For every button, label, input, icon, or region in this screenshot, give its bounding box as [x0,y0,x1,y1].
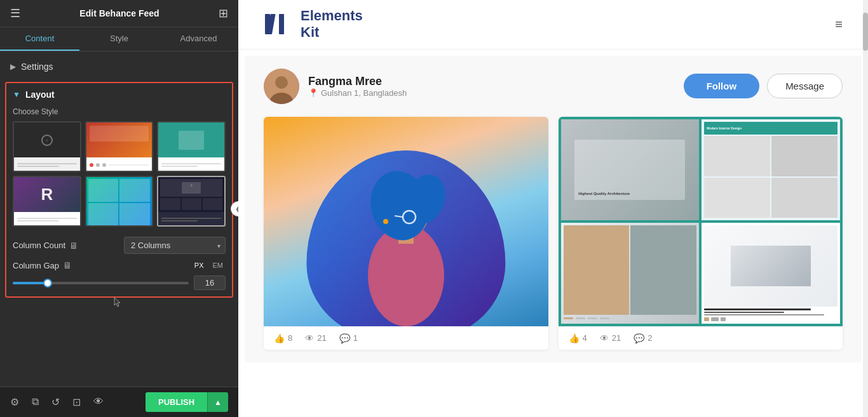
comment-icon-2: 💬 [634,333,644,343]
svg-point-14 [383,219,388,224]
tab-style[interactable]: Style [79,27,159,51]
profile-name: Fangma Mree [308,75,675,88]
px-em-toggle: PX EM [192,260,226,270]
behance-feed: Fangma Mree 📍 Gulshan 1, Bangladesh Foll… [245,56,862,362]
settings-arrow-icon: ▶ [10,62,16,71]
card6-line1 [161,218,221,219]
comments-count-1: 1 [353,333,358,343]
avatar [264,69,299,104]
profile-info: Fangma Mree 📍 Gulshan 1, Bangladesh [308,75,675,98]
views-count-2: 21 [612,333,621,343]
layers-footer-icon[interactable]: ⧉ [32,396,39,408]
settings-label: Settings [21,62,53,72]
px-button[interactable]: PX [192,260,207,270]
likes-count-2: 4 [583,333,587,343]
card2-dot1 [90,163,93,167]
column-count-select[interactable]: 1 Column 2 Columns 3 Columns 4 Columns [124,237,226,254]
card4-line2 [17,220,59,222]
message-button[interactable]: Message [767,74,843,98]
publish-arrow-button[interactable]: ▲ [207,392,228,412]
nav-hamburger-icon[interactable]: ≡ [835,17,843,32]
style-card-1[interactable]: › [13,121,81,172]
profile-section: Fangma Mree 📍 Gulshan 1, Bangladesh Foll… [264,69,843,104]
logo-area: Elements Kit [264,8,363,41]
profile-location: 📍 Gulshan 1, Bangladesh [308,88,675,98]
scrollbar-thumb[interactable] [863,13,868,51]
feed-stats-2: 👍 4 👁 21 💬 2 [559,326,843,350]
feed-stats-1: 👍 8 👁 21 💬 1 [264,326,548,350]
style-card-3[interactable] [157,121,226,172]
img-bl [561,223,700,324]
card5-q4 [119,203,150,226]
footer-icons: ⚙ ⧉ ↺ ⊡ 👁 [10,396,104,408]
right-scrollbar[interactable] [863,0,868,417]
hamburger-icon[interactable]: ☰ [10,6,20,20]
feed-grid: 👍 8 👁 21 💬 1 [264,117,843,350]
svg-rect-2 [279,14,284,34]
slider-track [13,282,189,284]
views-stat-1: 👁 21 [305,333,326,343]
slider-row: 16 [13,275,226,290]
card6-left [160,198,180,210]
logo-icon [264,9,294,39]
panel-body: ▶ Settings ▼ Layout Choose Style › [0,51,238,387]
logo-line2: Kit [301,24,319,40]
em-button[interactable]: EM [210,260,226,270]
style-card-4[interactable]: R [13,176,81,227]
likes-stat-2: 👍 4 [569,333,587,343]
style-card-5[interactable] [85,176,154,227]
column-gap-text: Column Gap [13,261,59,270]
gap-value-input[interactable]: 16 [194,275,226,290]
tab-advanced[interactable]: Advanced [159,27,238,51]
likes-count-1: 8 [288,333,292,343]
comments-count-2: 2 [648,333,652,343]
layout-header[interactable]: ▼ Layout [13,89,226,100]
card1-line1 [17,163,77,164]
comment-icon-1: 💬 [339,333,350,343]
img-tr: Modern Interior Design [702,119,840,221]
responsive-footer-icon[interactable]: ⊡ [72,396,81,408]
column-gap-monitor-icon: 🖥 [63,260,72,270]
like-icon-1: 👍 [274,333,285,343]
card2-dot3 [102,163,106,167]
layout-arrow-icon: ▼ [13,90,20,99]
card1-circle-icon: › [41,135,53,146]
settings-footer-icon[interactable]: ⚙ [10,396,19,408]
card6-right [182,198,201,210]
card3-line1 [161,163,221,164]
card2-dot2 [96,163,100,167]
feed-item-2: Highest Quality Architecture Modern Inte… [559,117,843,350]
choose-style-label: Choose Style [13,107,226,116]
location-pin-icon: 📍 [308,88,318,98]
card6-inner: ≡ [182,182,201,194]
likes-stat-1: 👍 8 [274,333,292,343]
column-count-select-wrapper: 1 Column 2 Columns 3 Columns 4 Columns ▾ [124,237,226,254]
follow-button[interactable]: Follow [684,74,760,98]
right-panel: Elements Kit ≡ Fangma M [238,0,868,417]
publish-button[interactable]: PUBLISH [146,392,207,412]
grid-icon[interactable]: ⊞ [219,6,228,20]
style-card-2[interactable] [85,121,154,172]
card1-line2 [17,166,59,167]
eye-icon-1: 👁 [305,333,314,343]
feed-image-1 [264,117,548,326]
img-tl: Highest Quality Architecture [561,119,700,221]
history-footer-icon[interactable]: ↺ [51,396,60,408]
tab-content[interactable]: Content [0,27,79,51]
settings-row[interactable]: ▶ Settings [0,56,238,77]
panel-title: Edit Behance Feed [79,8,159,18]
panel-header: ☰ Edit Behance Feed ⊞ [0,0,238,27]
avatar-image [264,69,299,104]
comments-stat-2: 💬 2 [634,333,652,343]
style-card-6[interactable]: ≡ [157,176,226,227]
logo-line1: Elements [301,8,363,23]
img-br [702,223,840,324]
layout-title: Layout [25,89,55,100]
column-count-text: Column Count [13,241,65,250]
views-stat-2: 👁 21 [600,333,621,343]
monitor-icon: 🖥 [69,241,78,251]
panel-footer: ⚙ ⧉ ↺ ⊡ 👁 PUBLISH ▲ [0,387,238,417]
location-text: Gulshan 1, Bangladesh [321,88,407,98]
eye-footer-icon[interactable]: 👁 [93,396,104,408]
publish-group: PUBLISH ▲ [146,392,228,412]
